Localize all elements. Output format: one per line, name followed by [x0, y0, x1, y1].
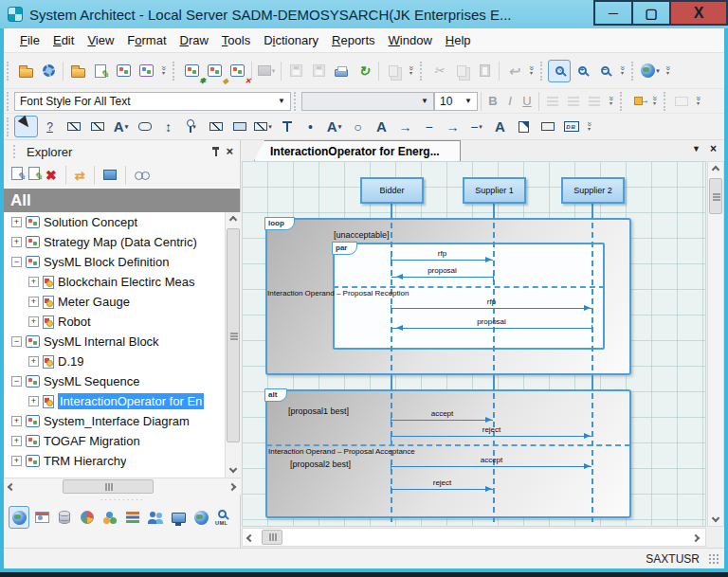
- collapse-icon[interactable]: [11, 376, 22, 387]
- expand-icon[interactable]: [28, 297, 39, 307]
- message-proposal-1[interactable]: proposal: [391, 277, 493, 278]
- lifeline-head-supplier1[interactable]: Supplier 1: [463, 177, 526, 204]
- paste-button[interactable]: [473, 60, 496, 82]
- scrollbar-thumb[interactable]: [262, 530, 282, 545]
- text-tool-2[interactable]: A▾: [322, 116, 346, 137]
- auto-route-button[interactable]: [628, 91, 648, 112]
- insert-image-button[interactable]: ▾: [255, 60, 278, 82]
- message-accept-1[interactable]: accept: [391, 420, 493, 421]
- close-tab-icon[interactable]: ×: [710, 144, 717, 153]
- menu-file[interactable]: File: [13, 29, 46, 51]
- bold-button[interactable]: B: [484, 94, 501, 108]
- infrastructure-view-button[interactable]: [168, 506, 189, 529]
- note-tool[interactable]: [512, 116, 536, 137]
- scroll-up-button[interactable]: [226, 212, 241, 227]
- scroll-up-button[interactable]: [708, 162, 723, 177]
- toolbar-overflow[interactable]: [616, 60, 628, 82]
- delete-diagram-button[interactable]: ✕: [226, 60, 248, 82]
- print-button[interactable]: [330, 60, 353, 82]
- copy-button[interactable]: [450, 60, 473, 82]
- toolbar-grip[interactable]: [294, 92, 299, 111]
- vertical-spacing-tool[interactable]: ↕: [156, 116, 180, 137]
- font-name-combo[interactable]: ▼: [301, 92, 434, 111]
- tree-item-d19[interactable]: D.19: [4, 352, 241, 371]
- message-reject-1[interactable]: reject: [391, 436, 592, 437]
- new-definition-button[interactable]: ✎: [11, 167, 23, 184]
- shape-menu-tool[interactable]: ▾: [251, 116, 275, 137]
- tab-list-dropdown-icon[interactable]: ▼: [692, 144, 701, 153]
- collapse-icon[interactable]: [11, 336, 22, 347]
- scroll-left-button[interactable]: [243, 529, 258, 548]
- canvas-vertical-scrollbar[interactable]: [707, 161, 724, 527]
- toolbar-overflow[interactable]: [157, 60, 170, 82]
- panel-splitter[interactable]: ··········: [4, 496, 241, 504]
- point-tool[interactable]: •: [299, 116, 322, 137]
- undo-button[interactable]: ↩: [502, 60, 525, 82]
- connector-pin-tool[interactable]: [275, 116, 299, 137]
- maximize-button[interactable]: ▢: [631, 0, 671, 26]
- toolbar-grip[interactable]: [631, 62, 636, 81]
- data-view-button[interactable]: [54, 506, 75, 529]
- arrow-line-tool[interactable]: →: [393, 116, 417, 137]
- tree-item-trm-hierarchy[interactable]: TRM Hierarchy: [4, 451, 241, 471]
- toolbar-grip[interactable]: [7, 117, 11, 136]
- diagram-grid-button[interactable]: [135, 60, 157, 82]
- text-tool-4[interactable]: A: [488, 116, 512, 137]
- select-pointer-tool[interactable]: [14, 116, 38, 137]
- resize-grip[interactable]: [708, 553, 719, 565]
- align-center-button[interactable]: [563, 91, 584, 112]
- toolbar-overflow[interactable]: [583, 116, 595, 138]
- expand-icon[interactable]: [28, 316, 39, 327]
- rounded-rect-tool[interactable]: [133, 116, 156, 137]
- expand-icon[interactable]: [11, 237, 22, 247]
- text-tool[interactable]: A▾: [109, 116, 133, 137]
- menu-window[interactable]: Window: [382, 29, 439, 51]
- canvas-horizontal-scrollbar[interactable]: [242, 528, 706, 547]
- lifeline-tool[interactable]: ▾: [180, 116, 204, 137]
- process-view-button[interactable]: [31, 506, 52, 529]
- refresh-button[interactable]: ↻: [353, 60, 375, 82]
- message-proposal-2[interactable]: proposal: [391, 328, 592, 329]
- uml-search-button[interactable]: UML: [213, 506, 234, 529]
- shape-diagonal-tool[interactable]: [62, 116, 85, 137]
- tree-item-blockchain-electirc[interactable]: Blockchain Electirc Meas: [4, 272, 241, 292]
- browse-icon[interactable]: [135, 171, 150, 180]
- scroll-right-button[interactable]: [688, 529, 703, 548]
- tree-item-sysml-internal-block[interactable]: SysML Internal Block: [4, 332, 241, 352]
- edit-definition-button[interactable]: ✎: [28, 167, 40, 184]
- export-window-button[interactable]: [382, 60, 405, 82]
- lifeline-head-supplier2[interactable]: Supplier 2: [561, 177, 625, 204]
- expand-icon[interactable]: [11, 456, 22, 466]
- collapse-icon[interactable]: [11, 257, 22, 267]
- rectangle-tool[interactable]: [228, 116, 251, 137]
- line-menu-tool[interactable]: −▾: [464, 116, 488, 137]
- menu-draw[interactable]: Draw: [173, 29, 215, 51]
- copy-definition-button[interactable]: [66, 60, 89, 82]
- new-diagram-button[interactable]: ✱: [180, 60, 203, 82]
- tree-item-robot[interactable]: Robot: [4, 312, 241, 332]
- menu-dictionary[interactable]: Dictionary: [257, 29, 325, 51]
- object-view-button[interactable]: [100, 506, 120, 529]
- lifeline-supplier2[interactable]: [592, 204, 593, 522]
- diagram-tab[interactable]: InteractionOperator for Energ...: [254, 140, 461, 161]
- minimize-button[interactable]: ─: [593, 0, 633, 26]
- tree-item-interactionoperator[interactable]: InteractionOperator for En: [4, 391, 241, 411]
- diagram-catalog-button[interactable]: [112, 60, 135, 82]
- align-left-button[interactable]: [542, 91, 563, 112]
- scrollbar-thumb[interactable]: [63, 479, 154, 494]
- scroll-down-button[interactable]: [226, 461, 241, 477]
- message-reject-2[interactable]: reject: [391, 489, 493, 490]
- tree-item-system-interface-diagram[interactable]: System_Interface Diagram: [4, 411, 241, 431]
- tree-item-sysml-block-definition[interactable]: SysML Block Definition: [4, 252, 241, 272]
- close-panel-icon[interactable]: ×: [226, 147, 233, 156]
- ellipse-tool[interactable]: ○: [346, 116, 370, 137]
- pin-icon[interactable]: [211, 147, 220, 157]
- open-button[interactable]: [14, 60, 37, 82]
- expand-icon[interactable]: [11, 416, 22, 426]
- zoom-region-button[interactable]: ⁘: [548, 60, 571, 82]
- tree-item-sysml-sequence[interactable]: SysML Sequence: [4, 371, 241, 391]
- toolbar-grip[interactable]: [540, 62, 545, 81]
- menu-reports[interactable]: Reports: [325, 29, 382, 51]
- toolbar-grip[interactable]: [173, 62, 177, 81]
- all-view-button[interactable]: [9, 506, 29, 529]
